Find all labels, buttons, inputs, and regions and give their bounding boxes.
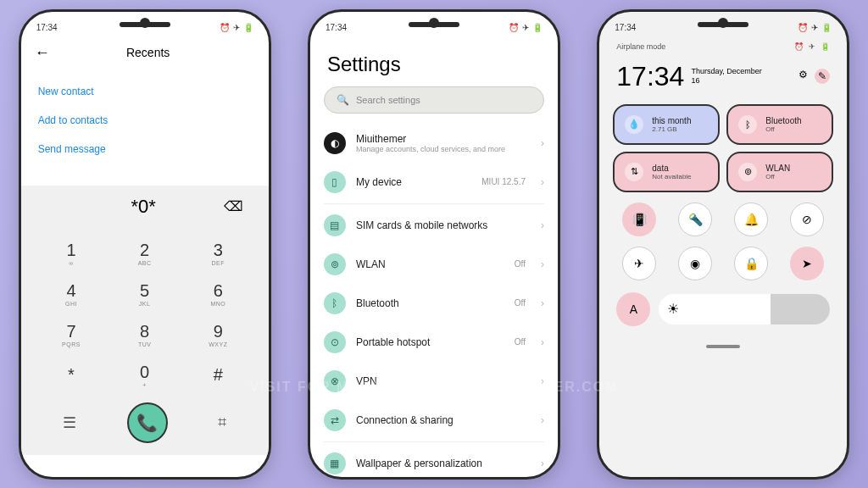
edit-icon[interactable]: ✎ <box>815 69 830 84</box>
settings-title: Settings <box>310 37 558 83</box>
key-6[interactable]: 6MNO <box>181 274 255 314</box>
toggle-circle[interactable]: ⊘ <box>790 202 824 236</box>
tile-wlan[interactable]: ⊚WLANOff <box>726 152 833 192</box>
clock-time: 17:34 <box>616 61 684 92</box>
key-9[interactable]: 9WXYZ <box>181 314 255 355</box>
account-item[interactable]: ◐ MiuithemerManage accounts, cloud servi… <box>310 124 558 163</box>
keypad: 1∞2ABC3DEF4GHI5JKL6MNO7PQRS8TUV9WXYZ*0+# <box>21 228 269 396</box>
status-icons: ⏰✈🔋 <box>798 23 832 32</box>
phone-control-center: 17:34 ⏰✈🔋 Airplane mode ⏰✈🔋 17:34 Thursd… <box>597 9 849 480</box>
device-icon: ▯ <box>324 171 346 193</box>
status-time: 17:34 <box>326 23 347 32</box>
keypad-toggle-icon[interactable]: ⌗ <box>218 413 226 431</box>
key-*[interactable]: * <box>35 355 108 396</box>
page-title: Recents <box>84 46 213 59</box>
dialed-number: *0* <box>64 196 224 218</box>
tile-this-month[interactable]: 💧this month2.71 GB <box>613 104 720 145</box>
key-7[interactable]: 7PQRS <box>35 314 108 355</box>
my-device-item[interactable]: ▯ My device MIUI 12.5.7 › <box>310 163 558 202</box>
key-8[interactable]: 8TUV <box>108 314 181 355</box>
settings-item[interactable]: ▦Wallpaper & personalization› <box>310 444 558 480</box>
menu-icon[interactable]: ☰ <box>63 413 76 432</box>
settings-item[interactable]: ⊙Portable hotspotOff› <box>310 323 558 362</box>
settings-item[interactable]: ▤SIM cards & mobile networks› <box>310 206 558 245</box>
status-time: 17:34 <box>36 23 58 32</box>
search-placeholder: Search settings <box>356 95 420 105</box>
chevron-right-icon: › <box>541 176 544 188</box>
avatar-icon: ◐ <box>324 132 346 154</box>
settings-item[interactable]: ⊚WLANOff› <box>310 245 558 284</box>
key-4[interactable]: 4GHI <box>35 274 108 314</box>
status-icons: ⏰✈🔋 <box>509 23 542 32</box>
new-contact-link[interactable]: New contact <box>38 77 252 106</box>
toggle-circle[interactable]: ✈ <box>622 247 656 280</box>
toggle-circle[interactable]: ◉ <box>678 247 712 280</box>
add-to-contacts-link[interactable]: Add to contacts <box>38 106 252 135</box>
status-icons: ⏰✈🔋 <box>220 23 253 32</box>
search-input[interactable]: 🔍 Search settings <box>324 86 544 114</box>
top-icons: ⏰✈🔋 <box>794 42 830 51</box>
send-message-link[interactable]: Send message <box>38 135 252 164</box>
status-time: 17:34 <box>615 23 636 32</box>
key-2[interactable]: 2ABC <box>108 233 181 274</box>
toggle-circle[interactable]: 📳 <box>622 202 656 236</box>
toggle-circle[interactable]: 🔒 <box>734 247 768 280</box>
settings-item[interactable]: ᛒBluetoothOff› <box>310 284 558 323</box>
drag-handle[interactable] <box>706 345 740 348</box>
key-5[interactable]: 5JKL <box>108 274 181 314</box>
search-icon: 🔍 <box>337 94 349 106</box>
tile-data[interactable]: ⇅dataNot available <box>613 152 720 192</box>
settings-item[interactable]: ⊗VPN› <box>310 362 558 401</box>
chevron-right-icon: › <box>541 137 544 149</box>
mode-label: Airplane mode <box>616 42 665 51</box>
toggle-circle[interactable]: ➤ <box>790 247 824 280</box>
toggle-circle[interactable]: 🔦 <box>678 202 712 236</box>
brightness-icon: ☀ <box>667 301 679 317</box>
backspace-icon[interactable]: ⌫ <box>224 198 243 214</box>
settings-item[interactable]: ⇄Connection & sharing› <box>310 401 558 440</box>
toggle-circle[interactable]: 🔔 <box>734 202 768 236</box>
auto-brightness-toggle[interactable]: A <box>616 292 650 326</box>
brightness-slider[interactable]: ☀ <box>659 294 830 324</box>
key-3[interactable]: 3DEF <box>181 233 255 274</box>
gear-icon[interactable]: ⚙ <box>798 69 808 84</box>
back-icon[interactable]: ← <box>35 44 50 62</box>
phone-dialer: 17:34 ⏰✈🔋 ← Recents New contact Add to c… <box>19 9 271 480</box>
call-button[interactable]: 📞 <box>127 402 168 443</box>
key-1[interactable]: 1∞ <box>35 233 108 274</box>
phone-settings: 17:34 ⏰✈🔋 Settings 🔍 Search settings ◐ M… <box>308 9 560 480</box>
key-#[interactable]: # <box>181 355 255 396</box>
key-0[interactable]: 0+ <box>108 355 181 396</box>
tile-bluetooth[interactable]: ᛒBluetoothOff <box>726 104 833 145</box>
